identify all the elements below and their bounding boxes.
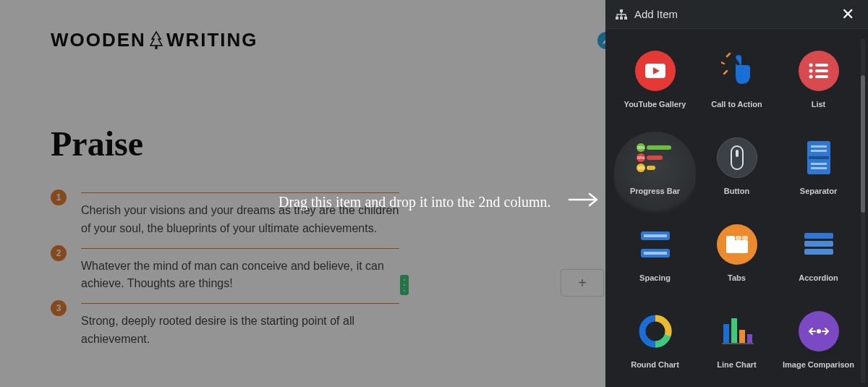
quote-text: Strong, deeply rooted desire is the star… (81, 312, 399, 349)
logo-word-1: WOODEN (51, 29, 146, 51)
svg-rect-25 (811, 150, 827, 152)
svg-rect-38 (804, 241, 833, 247)
plus-icon: + (578, 275, 587, 292)
quote-number-badge: 1 (51, 190, 67, 205)
svg-rect-21 (731, 146, 743, 169)
item-label: Separator (800, 187, 837, 195)
svg-rect-24 (811, 145, 827, 148)
svg-rect-44 (747, 334, 752, 343)
item-round-chart[interactable]: Round Chart (614, 305, 696, 387)
donut-chart-icon (635, 311, 676, 352)
svg-rect-27 (811, 163, 827, 165)
item-progress-bar[interactable]: 90% 60% 30% Progress Bar (614, 132, 696, 218)
svg-rect-4 (624, 17, 627, 20)
svg-rect-1 (620, 9, 623, 12)
item-label: Image Comparison (783, 360, 854, 369)
quote-number-badge: 2 (51, 245, 67, 261)
item-label: Call to Action (711, 100, 762, 109)
svg-rect-37 (804, 233, 833, 239)
scrollbar-track[interactable] (861, 39, 865, 383)
item-image-comparison[interactable]: Image Comparison (778, 305, 859, 387)
site-logo: WOODEN WRITING (51, 29, 258, 51)
youtube-icon (635, 51, 676, 91)
spacing-icon (635, 224, 676, 265)
accordion-icon (799, 224, 839, 265)
panel-title: Add Item (634, 8, 678, 20)
column-drag-handle[interactable] (400, 275, 409, 295)
svg-rect-35 (736, 236, 741, 240)
svg-rect-17 (647, 156, 663, 160)
svg-point-6 (809, 64, 812, 67)
item-spacing[interactable]: Spacing (614, 218, 696, 305)
button-icon (717, 137, 757, 178)
scrollbar-thumb[interactable] (861, 75, 865, 213)
svg-text:90%: 90% (637, 145, 644, 150)
add-column-slot[interactable]: + (561, 269, 604, 297)
item-call-to-action[interactable]: Call to Action (696, 45, 778, 132)
svg-rect-22 (736, 150, 739, 157)
item-label: Accordion (799, 273, 838, 282)
svg-rect-28 (811, 167, 827, 169)
bar-chart-icon (717, 311, 757, 352)
item-label: Spacing (639, 273, 671, 282)
svg-rect-3 (620, 17, 623, 20)
panel-body: YouTube Gallery Call to Action (605, 29, 868, 387)
svg-rect-7 (815, 64, 828, 67)
svg-rect-9 (815, 69, 828, 72)
item-youtube-gallery[interactable]: YouTube Gallery (614, 45, 696, 132)
item-button[interactable]: Button (696, 132, 778, 218)
svg-rect-45 (722, 343, 754, 344)
svg-point-8 (809, 69, 812, 73)
svg-rect-43 (739, 330, 745, 343)
tabs-icon (717, 224, 757, 265)
svg-text:60%: 60% (637, 156, 644, 160)
svg-rect-42 (731, 318, 737, 343)
svg-rect-11 (815, 75, 828, 78)
item-label: Tabs (728, 273, 746, 282)
item-tabs[interactable]: Tabs (696, 218, 778, 305)
list-icon (799, 51, 839, 91)
item-label: List (812, 100, 826, 109)
svg-rect-2 (616, 17, 618, 20)
logo-word-2: WRITING (166, 29, 258, 51)
svg-point-10 (809, 75, 812, 79)
quote-text: Whatever the mind of man can conceive an… (81, 258, 399, 294)
quote-number-badge: 3 (51, 300, 67, 316)
item-label: Progress Bar (630, 187, 680, 195)
svg-point-46 (817, 329, 821, 333)
add-item-panel: Add Item ✕ YouTube Gallery Call (605, 0, 868, 387)
svg-rect-14 (647, 145, 671, 150)
item-label: Button (724, 187, 749, 195)
item-list[interactable]: List (778, 45, 859, 132)
svg-rect-33 (726, 240, 748, 253)
image-compare-icon (799, 311, 839, 352)
item-line-chart[interactable]: Line Chart (696, 305, 778, 387)
item-label: YouTube Gallery (624, 100, 686, 109)
item-label: Round Chart (631, 360, 679, 369)
item-label: Line Chart (717, 360, 756, 369)
quote-divider (81, 248, 399, 249)
svg-rect-30 (644, 234, 667, 237)
sitemap-icon (616, 9, 627, 20)
svg-rect-32 (644, 252, 667, 255)
tree-icon (149, 31, 163, 50)
svg-rect-26 (809, 156, 829, 159)
close-icon[interactable]: ✕ (838, 4, 858, 25)
item-separator[interactable]: Separator (778, 132, 859, 218)
svg-rect-34 (726, 236, 735, 242)
svg-rect-39 (804, 249, 833, 255)
svg-rect-0 (155, 46, 157, 49)
svg-rect-41 (723, 324, 729, 343)
item-accordion[interactable]: Accordion (778, 218, 859, 305)
pointer-icon (717, 51, 757, 91)
svg-rect-20 (647, 166, 655, 170)
quote-divider (81, 192, 399, 193)
quote-text: Cherish your visions and your dreams as … (81, 202, 399, 238)
quote-divider (81, 303, 399, 304)
svg-text:30%: 30% (637, 166, 644, 170)
svg-rect-36 (742, 236, 748, 240)
progress-bar-icon: 90% 60% 30% (635, 137, 676, 178)
separator-icon (799, 137, 839, 178)
panel-header: Add Item ✕ (605, 0, 868, 29)
